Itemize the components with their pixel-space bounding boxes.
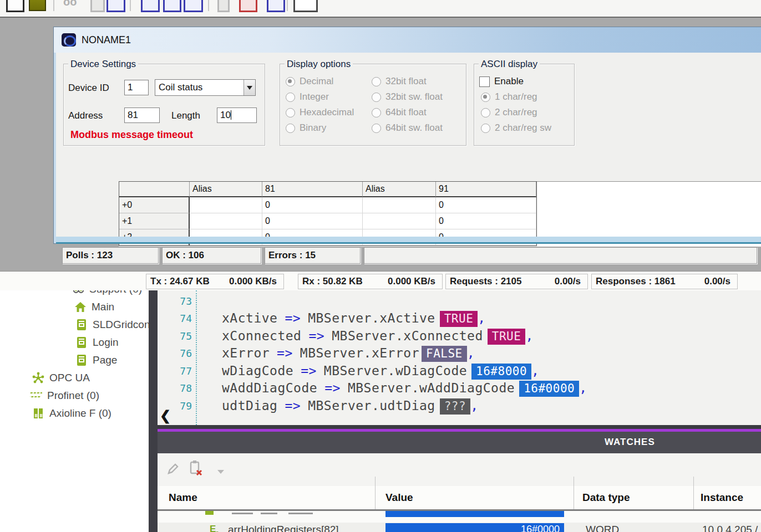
format-icon[interactable]: oo [63, 0, 79, 12]
value-badge: TRUE [488, 329, 526, 345]
grid-cell[interactable]: 0 [436, 197, 536, 213]
polls-status: Polls : 123 [62, 247, 159, 264]
requests-status: Requests : 2105 0.00/s [445, 274, 588, 289]
tree-item-sldgridcon[interactable]: SLDGridcon [75, 317, 149, 332]
device-id-input[interactable]: 1 [124, 80, 149, 95]
grid-cell[interactable] [190, 213, 262, 229]
radio-1-char-reg[interactable]: 1 char/reg [481, 91, 537, 103]
tree-item-label: Login [93, 336, 119, 349]
radio-hexadecimal[interactable]: Hexadecimal [286, 106, 354, 119]
line-number: 73 [158, 293, 192, 310]
value-badge: TRUE [440, 311, 478, 327]
watches-toolbar [158, 453, 761, 486]
page-icon [75, 336, 88, 349]
column-value[interactable]: Value [385, 492, 413, 504]
radio-32bit-sw-float[interactable]: 32bit sw. float [372, 91, 443, 103]
chevron-down-icon[interactable] [217, 470, 224, 474]
edit-pencil-icon[interactable] [166, 462, 180, 475]
value-bar: 16#0000 [385, 523, 564, 532]
tree-item-main[interactable]: Main [74, 299, 114, 315]
grid-header-alias1: Alias [190, 182, 262, 197]
window-layout-2-icon[interactable] [163, 0, 181, 12]
radio-64bit-sw-float[interactable]: 64bit sw. float [372, 122, 443, 134]
ascii-display-group: ASCII display Enable 1 char/reg 2 char/r… [474, 64, 575, 146]
radio-2-char-reg[interactable]: 2 char/reg [481, 106, 537, 119]
enable-checkbox-row[interactable]: Enable [479, 75, 524, 88]
dropdown-button[interactable] [243, 80, 255, 95]
modbus-window-titlebar[interactable]: NONAME1 [54, 27, 761, 53]
radio-integer[interactable]: Integer [286, 91, 329, 103]
toolbar-separator [53, 0, 54, 11]
code-line-79[interactable]: 79 udtDiag=>MBServer.udtDiag???, [158, 397, 761, 415]
grid-cell[interactable] [363, 213, 436, 229]
tool-blue-icon[interactable] [267, 0, 285, 12]
top-toolbar: oo [0, 0, 761, 17]
grid-cell[interactable]: 0 [262, 213, 363, 229]
address-input[interactable]: 81 [124, 108, 160, 123]
window-layout-1-icon[interactable] [141, 0, 160, 12]
length-input[interactable]: 10 [217, 108, 257, 123]
window-layout-3-icon[interactable] [184, 0, 203, 12]
radio-decimal[interactable]: Decimal [286, 75, 333, 88]
radio-64bit-float[interactable]: 64bit float [372, 106, 427, 119]
column-resize-handle[interactable] [574, 477, 574, 509]
radio-binary[interactable]: Binary [286, 122, 326, 134]
tree-item-label: OPC UA [49, 372, 90, 384]
tool-gray-icon[interactable] [217, 0, 230, 12]
radio-32bit-float[interactable]: 32bit float [372, 75, 427, 88]
grid-cell[interactable]: 0 [436, 213, 536, 229]
value-badge: 16#0000 [519, 381, 579, 397]
new-file-icon[interactable] [6, 0, 24, 12]
watch-datatype: WORD [586, 524, 619, 532]
tool-red-icon[interactable] [239, 0, 257, 12]
responses-rate: 0.00/s [704, 276, 730, 287]
function-select[interactable]: Coil status [155, 79, 256, 96]
code-line-75[interactable]: 75 xConnected=>MBServer.xConnectedTRUE, [158, 328, 761, 345]
grid-corner-cell [119, 182, 190, 197]
display-options-group: Display options Decimal Integer Hexadeci… [280, 64, 466, 146]
grid-cell[interactable] [190, 197, 262, 213]
rx-label: Rx : 50.82 KB [302, 276, 363, 287]
code-line-74[interactable]: 74 xActive=>MBServer.xActiveTRUE, [158, 310, 761, 327]
radio-icon [286, 77, 295, 86]
column-instance[interactable]: Instance [701, 492, 743, 504]
panel-divider[interactable] [149, 290, 158, 532]
tree-item-page[interactable]: Page [75, 352, 117, 368]
open-file-icon[interactable] [29, 0, 46, 11]
watch-row[interactable]: E- arrHoldingRegisters[82] 16#0000 WORD … [158, 523, 761, 532]
radio-2-char-reg-sw[interactable]: 2 char/reg sw [481, 122, 551, 134]
column-name[interactable]: Name [169, 492, 197, 504]
tree-item-axioline[interactable]: Axioline F (0) [32, 406, 111, 421]
delete-watch-icon[interactable] [189, 460, 204, 477]
tree-item-login[interactable]: Login [75, 335, 119, 350]
code-line-73[interactable]: 73 [158, 293, 761, 310]
address-box[interactable] [293, 0, 318, 12]
tree-item-profinet[interactable]: Profinet (0) [30, 388, 99, 403]
watch-instance: 10.0.4.205 / I [702, 524, 761, 532]
window-title: NONAME1 [82, 34, 131, 46]
grid-cell[interactable] [363, 197, 436, 213]
plant-tree-panel: Support (0) Main SLDGridcon Login Page O… [0, 290, 149, 532]
column-datatype[interactable]: Data type [582, 492, 630, 504]
scroll-left-icon[interactable]: ❮ [160, 408, 171, 423]
watches-top-strip [158, 425, 761, 429]
support-icon [72, 290, 84, 295]
watches-title: WATCHES [605, 437, 655, 448]
tree-item-label: Support (0) [89, 290, 142, 295]
code-line-76[interactable]: 76 xError=>MBServer.xErrorFALSE, [158, 345, 761, 362]
screen: oo NONAME1 Device Settings Device ID [0, 0, 761, 532]
tree-item-label: Main [92, 301, 114, 313]
code-line-78[interactable]: 78 wAddDiagCode=>MBServer.wAddDiagCode16… [158, 380, 761, 397]
tree-item-support[interactable]: Support (0) [72, 290, 142, 297]
tree-item-opc-ua[interactable]: OPC UA [32, 370, 90, 386]
grid-cell[interactable]: 0 [262, 197, 363, 213]
responses-label: Responses : 1861 [596, 276, 676, 287]
address-label: Address [68, 110, 103, 121]
code-line-77[interactable]: 77 wDiagCode=>MBServer.wDiagCode16#8000, [158, 362, 761, 380]
rx-rate: 0.000 KB/s [388, 276, 435, 287]
tree-item-label: Page [93, 354, 117, 366]
paste-icon[interactable] [90, 0, 105, 12]
connect-icon[interactable] [106, 0, 125, 12]
column-resize-handle[interactable] [375, 477, 376, 509]
column-resize-handle[interactable] [693, 477, 694, 509]
